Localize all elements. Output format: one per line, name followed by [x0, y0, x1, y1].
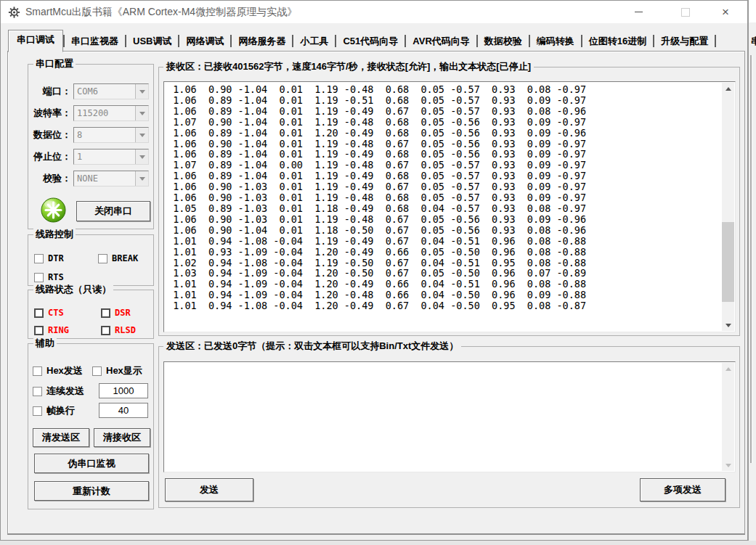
port-open-status-led-icon [40, 197, 67, 224]
titlebar: SmartMcu出版书籍《ARM Cortex-M4微控制器原理与实战》 × [1, 1, 747, 23]
parity-combo-arrow[interactable] [135, 171, 148, 186]
scroll-down-icon [725, 464, 731, 467]
hex-send-label: Hex发送 [46, 364, 83, 377]
tab-avr-wizard[interactable]: AVR代码向导 [406, 32, 476, 52]
checkbox-rts[interactable]: RTS [34, 272, 64, 282]
close-port-button[interactable]: 关闭串口 [76, 201, 150, 221]
baudrate-row: 波特率： 115200 [28, 105, 149, 121]
tab-separator [715, 35, 716, 47]
send-area-group: 发送区：已发送0字节（提示：双击文本框可以支持Bin/Txt文件发送） 发送 多… [158, 346, 740, 508]
tab-bar: 串口调试 串口监视器 USB调试 网络调试 网络服务器 小工具 C51代码向导 … [8, 33, 716, 52]
clear-send-area-button[interactable]: 清发送区 [33, 428, 89, 447]
close-button[interactable]: × [702, 1, 749, 23]
background-tab-partial: 串 [751, 35, 756, 48]
frame-newline-input[interactable] [99, 403, 148, 418]
checkbox-box[interactable] [34, 273, 44, 282]
chevron-down-icon [139, 112, 145, 115]
tab-upgrade-config[interactable]: 升级与配置 [654, 32, 715, 52]
continuous-send-interval-input[interactable] [99, 383, 148, 398]
port-combo[interactable]: COM6 [73, 83, 149, 99]
receive-area-header: 接收区：已接收401562字节，速度146字节/秒，接收状态[允许]，输出文本状… [163, 61, 534, 73]
checkbox-box[interactable] [33, 387, 42, 396]
checkbox-dtr[interactable]: DTR [34, 253, 64, 263]
checkbox-box[interactable] [33, 406, 42, 416]
indicator-dsr: DSR [101, 308, 131, 318]
checkbox-box[interactable] [98, 254, 107, 263]
line-status-group-title: 线路状态（只读） [33, 284, 113, 295]
checkbox-continuous-send[interactable]: 连续发送 [33, 386, 84, 396]
send-button[interactable]: 发送 [165, 478, 253, 501]
scroll-down-button[interactable] [722, 459, 734, 471]
pseudo-serial-monitor-button[interactable]: 伪串口监视 [34, 454, 149, 473]
chevron-down-icon [139, 90, 145, 94]
baudrate-combo-arrow[interactable] [135, 106, 148, 120]
tab-encoding-convert[interactable]: 编码转换 [530, 32, 581, 52]
tab-c51-wizard[interactable]: C51代码向导 [336, 32, 405, 52]
port-value: COM6 [74, 86, 135, 97]
line-control-group-title: 线路控制 [33, 229, 76, 240]
serial-config-group: 串口配置 端口： COM6 波特率： 115200 数据位： [28, 64, 154, 229]
port-label: 端口： [43, 85, 71, 98]
checkbox-box[interactable] [33, 366, 42, 376]
indicator-ring: RING [34, 325, 69, 335]
scroll-down-button[interactable] [722, 319, 734, 331]
minimize-icon [635, 12, 643, 12]
stopbits-combo-arrow[interactable] [135, 149, 148, 164]
line-status-group: 线路状态（只读） CTS DSR RING RLSD [28, 290, 154, 339]
close-icon: × [722, 6, 729, 18]
receive-scrollbar-thumb[interactable] [722, 222, 734, 302]
chevron-down-icon [139, 134, 145, 137]
multi-send-button[interactable]: 多项发送 [640, 478, 725, 501]
tab-usb-debug[interactable]: USB调试 [126, 32, 178, 52]
indicator-box [34, 326, 44, 335]
line-control-group: 线路控制 DTR BREAK RTS [28, 234, 154, 286]
scroll-up-button[interactable] [722, 83, 734, 94]
checkbox-hex-send[interactable]: Hex发送 [33, 366, 83, 376]
stopbits-value: 1 [74, 152, 135, 162]
tab-network-debug[interactable]: 网络调试 [179, 32, 230, 52]
tab-network-server[interactable]: 网络服务器 [232, 32, 292, 52]
scroll-up-button[interactable] [722, 363, 734, 374]
checkbox-break[interactable]: BREAK [98, 253, 138, 263]
baudrate-value: 115200 [74, 108, 135, 118]
baudrate-combo[interactable]: 115200 [73, 105, 149, 121]
port-combo-arrow[interactable] [135, 84, 148, 99]
stopbits-row: 停止位： 1 [28, 149, 149, 165]
hex-show-label: Hex显示 [106, 364, 142, 377]
receive-scrollbar[interactable] [722, 83, 734, 331]
app-gear-icon [8, 6, 20, 18]
stopbits-label: 停止位： [33, 150, 71, 163]
databits-value: 8 [74, 130, 135, 140]
tab-tools[interactable]: 小工具 [293, 32, 335, 52]
background-window-titlebar [749, 0, 756, 22]
databits-combo-arrow[interactable] [135, 128, 148, 142]
checkbox-frame-newline[interactable]: 帧换行 [33, 406, 75, 416]
parity-combo[interactable]: NONE [73, 171, 149, 187]
minimize-button[interactable] [615, 1, 662, 23]
background-window-sliver: 串 [748, 0, 756, 541]
checkbox-box[interactable] [34, 254, 44, 263]
receive-textarea[interactable]: 1.06 0.90 -1.04 0.01 1.19 -0.48 0.68 0.0… [163, 81, 736, 332]
tab-serial-debug[interactable]: 串口调试 [8, 30, 63, 52]
tab-serial-monitor[interactable]: 串口监视器 [65, 32, 125, 52]
stopbits-combo[interactable]: 1 [73, 149, 149, 165]
indicator-dsr-label: DSR [115, 308, 131, 318]
checkbox-box[interactable] [92, 366, 102, 376]
send-data-text[interactable] [167, 364, 720, 472]
indicator-box [101, 308, 110, 318]
indicator-box [34, 308, 44, 318]
reset-counter-button[interactable]: 重新计数 [34, 481, 149, 501]
tab-bitmap-to-hex[interactable]: 位图转16进制 [582, 32, 653, 52]
app-window: SmartMcu出版书籍《ARM Cortex-M4微控制器原理与实战》 × 串… [0, 0, 748, 541]
checkbox-break-label: BREAK [112, 253, 138, 263]
tab-data-check[interactable]: 数据校验 [478, 32, 529, 52]
checkbox-hex-show[interactable]: Hex显示 [92, 366, 142, 376]
scroll-up-icon [725, 87, 731, 91]
indicator-cts-label: CTS [48, 308, 64, 318]
databits-combo[interactable]: 8 [73, 127, 149, 143]
send-scrollbar[interactable] [722, 363, 734, 471]
receive-data-text[interactable]: 1.06 0.90 -1.04 0.01 1.19 -0.48 0.68 0.0… [167, 84, 720, 332]
clear-receive-area-button[interactable]: 清接收区 [94, 428, 150, 447]
serial-config-group-title: 串口配置 [33, 58, 76, 70]
send-textarea[interactable] [163, 361, 736, 472]
